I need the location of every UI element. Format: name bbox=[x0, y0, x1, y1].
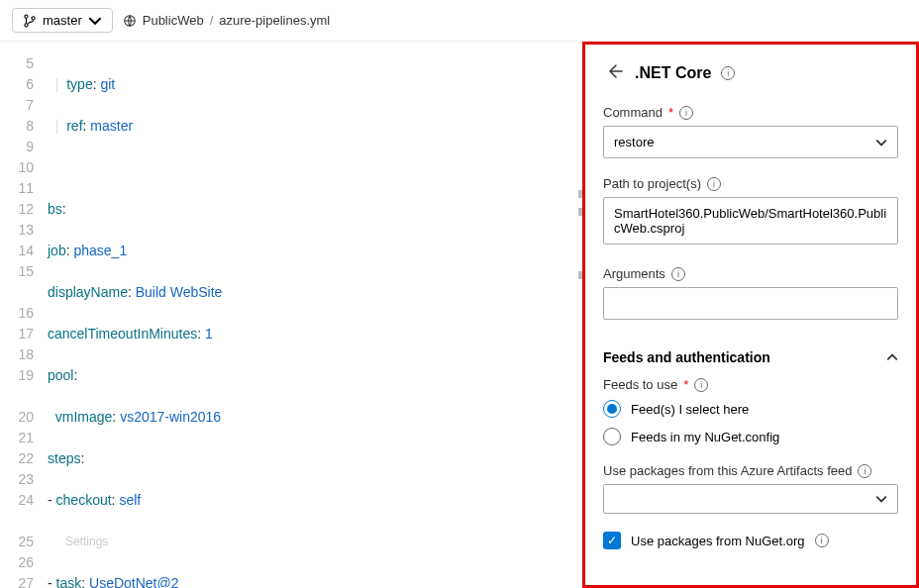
command-select[interactable]: restore bbox=[603, 126, 898, 158]
branch-name: master bbox=[43, 13, 82, 28]
arguments-label: Arguments bbox=[603, 266, 665, 281]
svg-point-0 bbox=[25, 15, 28, 18]
info-icon[interactable]: i bbox=[721, 66, 735, 80]
required-mark: * bbox=[668, 105, 673, 120]
breadcrumb-folder[interactable]: PublicWeb bbox=[143, 13, 204, 28]
command-value: restore bbox=[614, 135, 654, 149]
code-content: | type: git | ref: master bs: job: phase… bbox=[48, 53, 582, 588]
minimap-mark bbox=[578, 190, 582, 198]
radio-label: Feeds in my NuGet.config bbox=[631, 430, 779, 444]
required-mark: * bbox=[683, 377, 688, 392]
breadcrumb-separator: / bbox=[210, 13, 214, 28]
feeds-use-label: Feeds to use bbox=[603, 377, 677, 392]
info-icon[interactable]: i bbox=[707, 177, 721, 191]
info-icon[interactable]: i bbox=[694, 378, 708, 392]
arguments-input[interactable] bbox=[603, 287, 898, 320]
radio-feeds-select-here[interactable]: Feed(s) I select here bbox=[603, 400, 898, 418]
editor-toolbar: master PublicWeb / azure-pipelines.yml bbox=[0, 0, 919, 42]
radio-label: Feed(s) I select here bbox=[631, 402, 749, 417]
nuget-org-checkbox[interactable]: ✓ bbox=[603, 532, 621, 549]
svg-point-1 bbox=[25, 23, 28, 26]
info-icon[interactable]: i bbox=[858, 464, 871, 478]
minimap-mark bbox=[578, 271, 582, 279]
chevron-down-icon bbox=[875, 137, 887, 148]
nuget-org-label: Use packages from NuGet.org bbox=[631, 534, 805, 548]
chevron-down-icon bbox=[88, 14, 102, 28]
git-branch-icon bbox=[23, 14, 37, 28]
chevron-up-icon bbox=[886, 351, 898, 363]
repo-icon bbox=[123, 14, 137, 28]
feeds-section-label: Feeds and authentication bbox=[603, 349, 770, 365]
svg-point-2 bbox=[32, 16, 35, 19]
info-icon[interactable]: i bbox=[815, 534, 829, 547]
radio-feeds-nuget-config[interactable]: Feeds in my NuGet.config bbox=[603, 428, 898, 445]
breadcrumb: PublicWeb / azure-pipelines.yml bbox=[123, 13, 331, 28]
branch-selector[interactable]: master bbox=[12, 8, 113, 33]
path-label: Path to project(s) bbox=[603, 176, 701, 191]
info-icon[interactable]: i bbox=[671, 267, 685, 281]
task-assistant-panel: .NET Core i Command * i restore Path to … bbox=[582, 42, 919, 588]
command-label: Command bbox=[603, 105, 663, 120]
line-gutter: 5678910111213141516171819202122232425262… bbox=[0, 53, 48, 588]
arrow-left-icon bbox=[605, 62, 623, 80]
feeds-section-toggle[interactable]: Feeds and authentication bbox=[603, 338, 898, 377]
path-input[interactable] bbox=[603, 197, 898, 245]
artifacts-feed-select[interactable] bbox=[603, 484, 898, 514]
artifacts-feed-label: Use packages from this Azure Artifacts f… bbox=[603, 463, 852, 478]
info-icon[interactable]: i bbox=[679, 106, 693, 120]
code-lens[interactable]: Settings bbox=[48, 532, 582, 552]
chevron-down-icon bbox=[875, 493, 887, 505]
panel-title: .NET Core bbox=[635, 64, 711, 82]
code-editor[interactable]: 5678910111213141516171819202122232425262… bbox=[0, 42, 582, 588]
minimap-mark bbox=[578, 208, 582, 216]
back-button[interactable] bbox=[603, 60, 625, 85]
breadcrumb-file: azure-pipelines.yml bbox=[219, 13, 330, 28]
